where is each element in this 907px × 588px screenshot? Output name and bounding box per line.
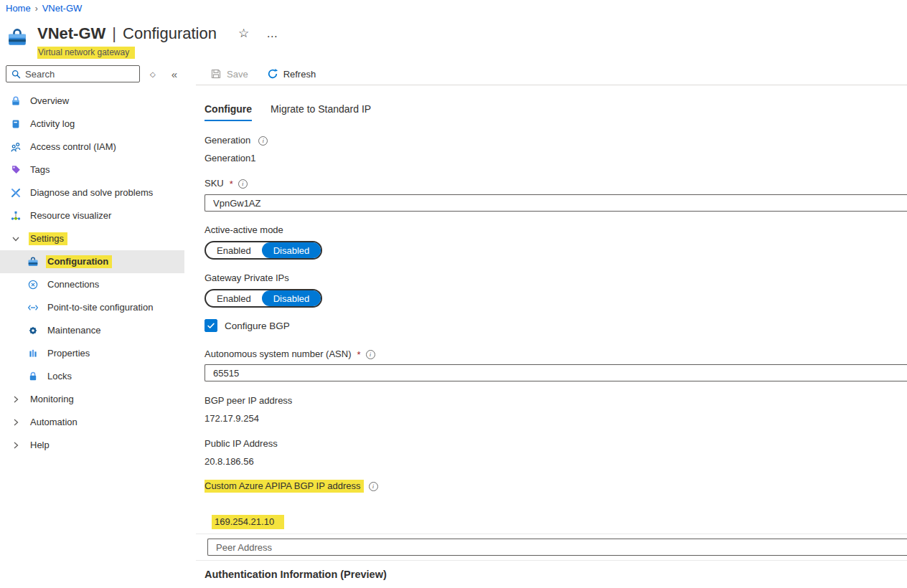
azure-portal-page: Home › VNet-GW VNet-GW | Configuration ☆… [0, 0, 907, 588]
configure-bgp-row[interactable]: Configure BGP [205, 319, 907, 332]
gateway-private-ips-disabled-option[interactable]: Disabled [262, 290, 321, 306]
collapse-sidebar-icon[interactable]: « [171, 68, 177, 80]
breadcrumb-separator: › [35, 4, 38, 14]
diamond-icon[interactable]: ◇ [150, 70, 156, 78]
sidebar-item-label: Monitoring [29, 393, 77, 406]
save-button[interactable]: Save [205, 65, 254, 82]
overview-icon [10, 95, 22, 107]
sidebar-item-label: Point-to-site configuration [46, 301, 156, 314]
sidebar-item-label: Configuration [46, 255, 112, 268]
toolbox-icon [27, 256, 39, 267]
sidebar-item-label: Automation [29, 416, 81, 429]
active-active-enabled-option[interactable]: Enabled [206, 242, 262, 258]
auth-section-title: Authentication Information (Preview) [205, 569, 907, 580]
sidebar-item-connections[interactable]: Connections [0, 273, 184, 296]
tab-migrate-to-standard-ip[interactable]: Migrate to Standard IP [271, 103, 371, 121]
sku-label: SKU * [205, 177, 907, 190]
virtual-network-gateway-icon [6, 27, 29, 48]
favorite-star-icon[interactable]: ☆ [238, 23, 249, 44]
configure-bgp-checkbox[interactable] [205, 319, 217, 332]
main-content: Save Refresh Configure Migrate to Standa… [196, 63, 907, 588]
sidebar: ◇ « OverviewActivity logAccess control (… [0, 63, 184, 588]
refresh-icon [267, 68, 278, 80]
generation-info-icon[interactable] [258, 136, 268, 146]
sidebar-item-locks[interactable]: Locks [0, 365, 184, 388]
chevron-down-icon [10, 233, 22, 245]
command-bar: Save Refresh [196, 63, 907, 85]
apipa-divider-top [196, 534, 907, 534]
public-ip-label: Public IP Address [205, 437, 907, 450]
gear-icon [27, 325, 39, 336]
asn-info-icon[interactable] [366, 350, 375, 359]
sidebar-search-row: ◇ « [0, 63, 184, 85]
sidebar-item-label: Overview [29, 95, 72, 108]
gateway-private-ips-label: Gateway Private IPs [205, 272, 907, 285]
sidebar-item-automation[interactable]: Automation [0, 411, 184, 434]
point-to-site-icon [27, 302, 39, 313]
gateway-private-ips-enabled-option[interactable]: Enabled [206, 290, 262, 306]
sidebar-nav: OverviewActivity logAccess control (IAM)… [0, 90, 184, 457]
sidebar-item-label: Connections [46, 278, 103, 291]
tab-bar: Configure Migrate to Standard IP [205, 103, 907, 121]
chevron-right-icon [10, 394, 22, 405]
save-label: Save [227, 69, 248, 80]
sidebar-item-access-control-iam[interactable]: Access control (IAM) [0, 136, 184, 158]
sidebar-item-maintenance[interactable]: Maintenance [0, 319, 184, 342]
access-control-icon [10, 141, 22, 153]
custom-apipa-label: Custom Azure APIPA BGP IP address [205, 480, 907, 493]
tab-configure[interactable]: Configure [205, 103, 252, 121]
apipa-current-value: 169.254.21.10 [212, 515, 907, 529]
chevron-right-icon [10, 417, 22, 428]
sidebar-item-label: Access control (IAM) [29, 141, 120, 153]
resource-type-label: Virtual network gateway [37, 47, 135, 59]
peer-address-input[interactable] [207, 539, 907, 556]
page-title: Configuration [123, 23, 217, 44]
required-asterisk: * [357, 349, 360, 360]
sidebar-item-activity-log[interactable]: Activity log [0, 113, 184, 136]
page-header: VNet-GW | Configuration ☆ … Virtual netw… [6, 23, 278, 59]
activity-log-icon [10, 118, 22, 130]
sidebar-item-label: Diagnose and solve problems [29, 186, 156, 199]
connections-icon [27, 279, 39, 290]
breadcrumb-current-link[interactable]: VNet-GW [42, 3, 83, 14]
sidebar-item-label: Maintenance [46, 324, 104, 337]
sidebar-item-resource-visualizer[interactable]: Resource visualizer [0, 204, 184, 227]
diagnose-icon [10, 187, 22, 199]
sidebar-item-overview[interactable]: Overview [0, 90, 184, 113]
chevron-right-icon [10, 440, 22, 451]
search-input[interactable] [25, 69, 139, 80]
refresh-button[interactable]: Refresh [261, 65, 322, 82]
sku-info-icon[interactable] [238, 179, 248, 189]
properties-icon [27, 348, 39, 359]
sidebar-item-point-to-site-configuration[interactable]: Point-to-site configuration [0, 296, 184, 319]
asn-label: Autonomous system number (ASN) * [205, 348, 907, 361]
sidebar-item-tags[interactable]: Tags [0, 158, 184, 181]
active-active-mode-label: Active-active mode [205, 224, 907, 237]
sidebar-item-label: Tags [29, 163, 53, 176]
sidebar-item-label: Locks [46, 370, 75, 383]
sidebar-item-settings[interactable]: Settings [0, 227, 184, 250]
sidebar-item-label: Settings [29, 232, 67, 245]
sidebar-item-help[interactable]: Help [0, 434, 184, 457]
sku-select[interactable]: VpnGw1AZ [205, 194, 907, 212]
sidebar-item-configuration[interactable]: Configuration [0, 250, 184, 273]
active-active-disabled-option[interactable]: Disabled [262, 242, 321, 258]
tags-icon [10, 164, 22, 176]
sidebar-item-monitoring[interactable]: Monitoring [0, 388, 184, 411]
gateway-private-ips-toggle: Enabled Disabled [205, 289, 322, 308]
more-options-icon[interactable]: … [266, 23, 278, 44]
generation-value: Generation1 [205, 153, 907, 163]
custom-apipa-info-icon[interactable] [369, 482, 378, 491]
configure-form: Configure Migrate to Standard IP Generat… [196, 103, 907, 588]
public-ip-value: 20.8.186.56 [205, 456, 907, 467]
sidebar-item-properties[interactable]: Properties [0, 342, 184, 365]
search-icon [11, 69, 22, 80]
lock-icon [27, 371, 39, 382]
sidebar-item-diagnose-and-solve-problems[interactable]: Diagnose and solve problems [0, 181, 184, 204]
asn-input[interactable] [205, 364, 907, 381]
sidebar-searchbox[interactable] [6, 65, 140, 82]
generation-label: Generation [205, 134, 907, 147]
breadcrumb-home-link[interactable]: Home [6, 3, 31, 14]
active-active-mode-toggle: Enabled Disabled [205, 241, 322, 260]
required-asterisk: * [230, 179, 233, 189]
